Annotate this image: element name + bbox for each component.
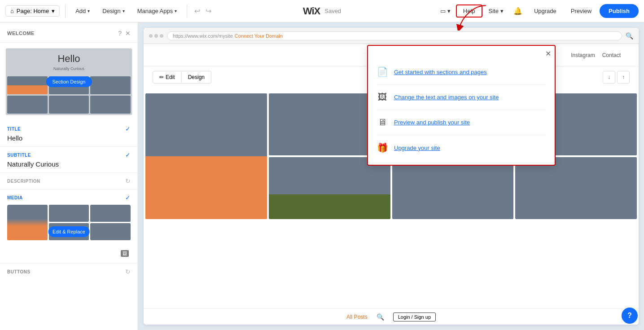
notification-button[interactable]: 🔔 bbox=[510, 4, 526, 18]
site-img-cell-6 bbox=[392, 157, 514, 219]
login-signup-button[interactable]: Login / Sign up bbox=[393, 312, 436, 321]
edit-bar-button[interactable]: ✏ Edit bbox=[153, 71, 182, 84]
site-nav: Instagram Contact bbox=[571, 52, 621, 58]
help-modal-body: 📄 Get started with sections and pages 🖼 … bbox=[368, 46, 555, 165]
browser-search-icon: 🔍 bbox=[626, 32, 633, 40]
help-item-3-icon: 🖥 bbox=[377, 117, 388, 128]
topbar-right: ▭ ▾ Help Site ▾ 🔔 Upgrade Preview Publis… bbox=[437, 4, 639, 18]
design-bar-button[interactable]: Design bbox=[182, 71, 211, 84]
undo-redo-group: ↩ ↪ bbox=[193, 5, 213, 17]
device-icon: ▭ bbox=[440, 8, 446, 14]
saved-status: Saved bbox=[324, 8, 341, 14]
topbar-center: WiX Saved bbox=[303, 5, 341, 17]
edit-replace-button[interactable]: Edit & Replace bbox=[48, 226, 90, 237]
browser-url-text: https://www.wix.com/mysite bbox=[173, 33, 233, 39]
media-cell-person bbox=[7, 205, 48, 240]
preview-subtitle: Naturally Curious bbox=[53, 66, 84, 71]
device-chevron-icon: ▾ bbox=[447, 8, 451, 14]
site-button[interactable]: Site ▾ bbox=[484, 5, 508, 17]
buttons-section: BUTTONS ↻ bbox=[0, 264, 138, 280]
add-button[interactable]: Add ▾ bbox=[71, 5, 94, 17]
preview-button[interactable]: Preview bbox=[565, 5, 598, 17]
media-check-icon: ✓ bbox=[125, 194, 131, 201]
divider-1 bbox=[65, 4, 66, 18]
device-button[interactable]: ▭ ▾ bbox=[437, 5, 454, 17]
upgrade-button[interactable]: Upgrade bbox=[528, 5, 563, 17]
preview-grid-cell-1 bbox=[7, 76, 48, 94]
help-item-2-link[interactable]: Change the text and images on your site bbox=[394, 94, 499, 101]
media-grid: Edit & Replace 🖼 bbox=[7, 205, 131, 259]
left-panel: WELCOME ? ✕ Hello Naturally Curious Sect… bbox=[0, 22, 138, 330]
subtitle-value: Naturally Curious bbox=[7, 160, 131, 168]
browser-dot-2 bbox=[154, 34, 158, 38]
help-button[interactable]: Help bbox=[456, 4, 482, 18]
media-cell-6 bbox=[7, 242, 48, 259]
move-arrows: ↓ ↑ bbox=[603, 71, 630, 84]
browser-dot-1 bbox=[149, 34, 153, 38]
site-bottom-bar: All Posts 🔍 Login / Sign up bbox=[144, 308, 639, 325]
design-chevron-icon: ▾ bbox=[123, 9, 125, 13]
help-item-4-link[interactable]: Upgrade your site bbox=[394, 145, 440, 151]
connect-domain-link[interactable]: Connect Your Domain bbox=[235, 33, 283, 39]
wix-logo: WiX bbox=[303, 5, 320, 17]
title-section: TITLE ✓ Hello bbox=[0, 121, 138, 147]
manage-apps-button[interactable]: Manage Apps ▾ bbox=[133, 5, 182, 17]
help-circle-button[interactable]: ? bbox=[622, 308, 638, 324]
site-img-cell-7 bbox=[515, 157, 637, 219]
help-modal-close-button[interactable]: ✕ bbox=[545, 49, 551, 58]
description-section: DESCRIPTION ↻ bbox=[0, 173, 138, 189]
description-spinner-icon: ↻ bbox=[125, 177, 131, 185]
browser-bar: https://www.wix.com/mysite Connect Your … bbox=[144, 28, 639, 44]
title-check-icon: ✓ bbox=[125, 125, 131, 132]
manage-chevron-icon: ▾ bbox=[175, 9, 177, 13]
media-label: MEDIA bbox=[7, 195, 23, 200]
preview-grid-cell-4 bbox=[7, 96, 48, 114]
site-img-cell-5 bbox=[269, 157, 390, 219]
redo-button[interactable]: ↪ bbox=[204, 5, 213, 17]
preview-hello: Hello bbox=[57, 53, 80, 65]
media-image-icon: 🖼 bbox=[121, 250, 129, 257]
browser-dots bbox=[149, 34, 163, 38]
help-item-1[interactable]: 📄 Get started with sections and pages bbox=[377, 59, 546, 85]
help-item-3-link[interactable]: Preview and publish your site bbox=[394, 119, 470, 126]
move-up-button[interactable]: ↑ bbox=[617, 71, 630, 84]
preview-image-area: Hello Naturally Curious Section Design bbox=[5, 48, 132, 115]
title-value: Hello bbox=[7, 134, 131, 142]
undo-button[interactable]: ↩ bbox=[193, 5, 202, 17]
help-item-1-icon: 📄 bbox=[377, 66, 388, 77]
main-layout: WELCOME ? ✕ Hello Naturally Curious Sect… bbox=[0, 22, 644, 330]
help-modal: ✕ 📄 Get started with sections and pages … bbox=[367, 45, 556, 166]
panel-close-button[interactable]: ✕ bbox=[125, 30, 131, 37]
media-cell-2 bbox=[49, 205, 89, 222]
media-section: MEDIA ✓ Edit & Replace 🖼 bbox=[0, 189, 138, 264]
edit-design-bar: ✏ Edit Design bbox=[153, 71, 211, 84]
publish-button[interactable]: Publish bbox=[600, 4, 639, 18]
help-item-2[interactable]: 🖼 Change the text and images on your sit… bbox=[377, 85, 546, 110]
nav-instagram[interactable]: Instagram bbox=[571, 52, 595, 58]
site-img-cell-1 bbox=[145, 93, 267, 219]
help-item-2-icon: 🖼 bbox=[377, 92, 388, 102]
help-item-3[interactable]: 🖥 Preview and publish your site bbox=[377, 110, 546, 135]
home-icon: ⌂ bbox=[10, 8, 14, 14]
buttons-label: BUTTONS bbox=[7, 269, 31, 274]
bottom-search-icon: 🔍 bbox=[377, 313, 384, 321]
buttons-spinner-icon: ↻ bbox=[125, 268, 131, 275]
section-design-button[interactable]: Section Design bbox=[46, 76, 92, 87]
help-item-4[interactable]: 🎁 Upgrade your site bbox=[377, 135, 546, 160]
title-label: TITLE bbox=[7, 127, 21, 132]
browser-url-bar[interactable]: https://www.wix.com/mysite Connect Your … bbox=[167, 31, 622, 40]
media-cell-5 bbox=[90, 223, 131, 240]
page-selector[interactable]: ⌂ Page: Home ▾ bbox=[5, 5, 60, 17]
subtitle-section: SUBTITLE ✓ Naturally Curious bbox=[0, 147, 138, 173]
help-item-1-link[interactable]: Get started with sections and pages bbox=[394, 69, 487, 75]
browser-dot-3 bbox=[160, 34, 163, 38]
subtitle-check-icon: ✓ bbox=[125, 151, 131, 158]
preview-grid-cell-5 bbox=[49, 96, 89, 114]
design-button[interactable]: Design ▾ bbox=[98, 5, 129, 17]
move-down-button[interactable]: ↓ bbox=[603, 71, 615, 84]
all-posts-link[interactable]: All Posts bbox=[346, 314, 368, 320]
page-label: Page: Home bbox=[17, 8, 49, 14]
panel-help-button[interactable]: ? bbox=[118, 30, 122, 37]
nav-contact[interactable]: Contact bbox=[602, 52, 621, 58]
pencil-icon: ✏ bbox=[159, 74, 164, 80]
